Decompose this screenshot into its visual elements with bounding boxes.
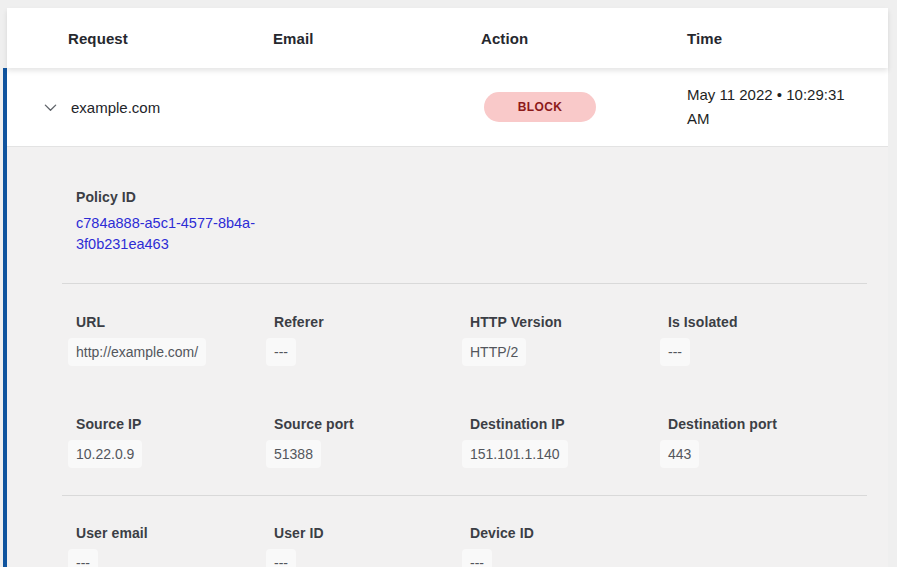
request-cell: example.com <box>7 99 273 116</box>
chevron-down-icon[interactable] <box>42 99 58 115</box>
field-is-isolated: Is Isolated --- <box>668 314 888 366</box>
column-header-action: Action <box>481 30 687 47</box>
field-destination-ip: Destination IP 151.101.1.140 <box>470 416 668 468</box>
action-cell: BLOCK <box>481 92 687 122</box>
field-policy-id: Policy ID c784a888-a5c1-4577-8b4a-3f0b23… <box>7 189 888 255</box>
field-user-id: User ID --- <box>274 525 470 567</box>
user-fields-section: User email --- User ID --- Device ID --- <box>7 496 888 567</box>
network-fields-section: URL http://example.com/ Referer --- HTTP… <box>7 284 888 495</box>
column-header-request: Request <box>68 30 273 47</box>
time-cell: May 11 2022 • 10:29:31 AM <box>687 83 863 131</box>
table-row[interactable]: example.com BLOCK May 11 2022 • 10:29:31… <box>7 68 888 146</box>
row-details-panel: Policy ID c784a888-a5c1-4577-8b4a-3f0b23… <box>7 146 888 567</box>
field-user-email: User email --- <box>76 525 274 567</box>
column-header-email: Email <box>273 30 481 47</box>
field-destination-port: Destination port 443 <box>668 416 888 468</box>
expanded-row-container: example.com BLOCK May 11 2022 • 10:29:31… <box>3 68 888 567</box>
block-badge: BLOCK <box>484 92 596 122</box>
table-header: Request Email Action Time <box>7 8 888 68</box>
policy-id-link[interactable]: c784a888-a5c1-4577-8b4a-3f0b231ea463 <box>76 213 276 255</box>
field-http-version: HTTP Version HTTP/2 <box>470 314 668 366</box>
field-source-ip: Source IP 10.22.0.9 <box>76 416 274 468</box>
field-device-id: Device ID --- <box>470 525 668 567</box>
field-url: URL http://example.com/ <box>76 314 274 366</box>
request-value: example.com <box>71 99 160 116</box>
activity-log-card: Request Email Action Time example.com BL… <box>3 8 888 567</box>
field-source-port: Source port 51388 <box>274 416 470 468</box>
field-referer: Referer --- <box>274 314 470 366</box>
policy-id-label: Policy ID <box>76 189 888 205</box>
column-header-time: Time <box>687 30 888 47</box>
